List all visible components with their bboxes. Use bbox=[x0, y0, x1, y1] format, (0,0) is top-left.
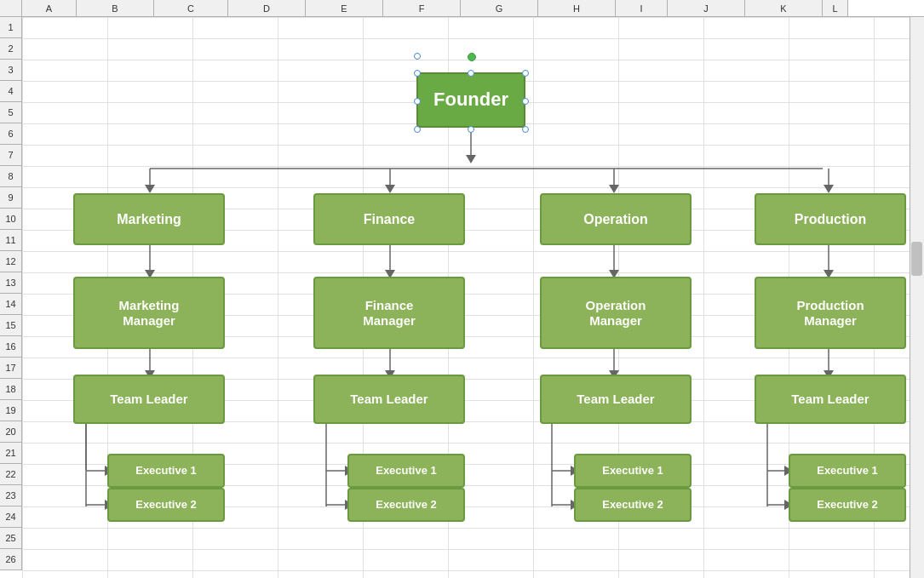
row-1: 1 bbox=[0, 17, 22, 38]
row-3: 3 bbox=[0, 60, 22, 81]
col-header-l[interactable]: L bbox=[823, 0, 848, 17]
operation-dept-label: Operation bbox=[583, 211, 648, 227]
spreadsheet: A B C D E F G H I J K L 1 2 3 4 5 6 7 8 … bbox=[0, 0, 924, 578]
selection-handle-bc bbox=[468, 126, 474, 133]
selection-handle-ml bbox=[414, 98, 421, 105]
col-header-d[interactable]: D bbox=[228, 0, 306, 17]
selection-handle-bl bbox=[414, 126, 421, 133]
row-6: 6 bbox=[0, 123, 22, 145]
row-10: 10 bbox=[0, 209, 22, 230]
selection-handle-top bbox=[414, 53, 421, 60]
operation-dept-box[interactable]: Operation bbox=[540, 193, 692, 245]
finance-manager-label: Finance Manager bbox=[363, 298, 416, 329]
production-manager-box[interactable]: Production Manager bbox=[755, 277, 906, 349]
selection-handle-br bbox=[522, 126, 529, 133]
col-header-k[interactable]: K bbox=[745, 0, 823, 17]
founder-box[interactable]: Founder bbox=[416, 72, 525, 128]
selection-handle-tc bbox=[468, 70, 474, 77]
col-header-h[interactable]: H bbox=[538, 0, 616, 17]
row-19: 19 bbox=[0, 400, 22, 421]
production-exec1-box[interactable]: Executive 1 bbox=[789, 454, 906, 488]
row-24: 24 bbox=[0, 506, 22, 528]
scrollbar-thumb[interactable] bbox=[911, 242, 922, 276]
finance-team-leader-label: Team Leader bbox=[350, 392, 428, 407]
col-header-c[interactable]: C bbox=[154, 0, 228, 17]
row-25: 25 bbox=[0, 528, 22, 549]
operation-manager-label: Operation Manager bbox=[586, 298, 646, 329]
production-manager-label: Production Manager bbox=[796, 298, 864, 329]
row-23: 23 bbox=[0, 485, 22, 506]
marketing-dept-label: Marketing bbox=[117, 211, 181, 227]
vertical-scrollbar[interactable] bbox=[910, 17, 924, 578]
finance-team-leader-box[interactable]: Team Leader bbox=[313, 375, 465, 424]
production-exec2-box[interactable]: Executive 2 bbox=[789, 488, 906, 522]
spreadsheet-body: 1 2 3 4 5 6 7 8 9 10 11 12 13 14 15 16 1… bbox=[0, 17, 924, 578]
row-18: 18 bbox=[0, 379, 22, 400]
row-7: 7 bbox=[0, 145, 22, 166]
col-header-a[interactable]: A bbox=[22, 0, 77, 17]
grid-area[interactable]: Founder Marketing Finance bbox=[22, 17, 924, 578]
operation-exec1-label: Executive 1 bbox=[602, 464, 663, 478]
row-14: 14 bbox=[0, 294, 22, 315]
row-5: 5 bbox=[0, 102, 22, 123]
col-header-g[interactable]: G bbox=[461, 0, 538, 17]
marketing-exec1-label: Executive 1 bbox=[135, 464, 197, 478]
production-dept-box[interactable]: Production bbox=[755, 193, 906, 245]
finance-exec1-box[interactable]: Executive 1 bbox=[347, 454, 465, 488]
operation-team-leader-box[interactable]: Team Leader bbox=[540, 375, 692, 424]
corner-cell bbox=[0, 0, 22, 17]
finance-dept-box[interactable]: Finance bbox=[313, 193, 465, 245]
finance-exec1-label: Executive 1 bbox=[376, 464, 437, 478]
operation-exec2-box[interactable]: Executive 2 bbox=[574, 488, 692, 522]
row-22: 22 bbox=[0, 464, 22, 485]
founder-label: Founder bbox=[433, 89, 508, 111]
selection-handle-mr bbox=[522, 98, 529, 105]
marketing-exec1-box[interactable]: Executive 1 bbox=[107, 454, 225, 488]
marketing-manager-box[interactable]: Marketing Manager bbox=[73, 277, 225, 349]
row-12: 12 bbox=[0, 251, 22, 272]
marketing-manager-label: Marketing Manager bbox=[119, 298, 180, 329]
row-16: 16 bbox=[0, 336, 22, 358]
row-20: 20 bbox=[0, 421, 22, 443]
row-17: 17 bbox=[0, 358, 22, 379]
selection-handle-tl bbox=[414, 70, 421, 77]
marketing-team-leader-label: Team Leader bbox=[110, 392, 187, 407]
row-headers: 1 2 3 4 5 6 7 8 9 10 11 12 13 14 15 16 1… bbox=[0, 17, 22, 578]
finance-exec2-label: Executive 2 bbox=[376, 498, 437, 512]
production-dept-label: Production bbox=[795, 211, 866, 227]
marketing-team-leader-box[interactable]: Team Leader bbox=[73, 375, 225, 424]
col-header-e[interactable]: E bbox=[306, 0, 383, 17]
col-header-b[interactable]: B bbox=[77, 0, 154, 17]
finance-dept-label: Finance bbox=[364, 211, 415, 227]
row-8: 8 bbox=[0, 166, 22, 187]
finance-manager-box[interactable]: Finance Manager bbox=[313, 277, 465, 349]
marketing-exec2-box[interactable]: Executive 2 bbox=[107, 488, 225, 522]
operation-team-leader-label: Team Leader bbox=[577, 392, 654, 407]
column-headers: A B C D E F G H I J K L bbox=[0, 0, 924, 17]
production-team-leader-box[interactable]: Team Leader bbox=[755, 375, 906, 424]
production-exec1-label: Executive 1 bbox=[817, 464, 878, 478]
row-11: 11 bbox=[0, 230, 22, 251]
marketing-exec2-label: Executive 2 bbox=[135, 498, 197, 512]
operation-exec1-box[interactable]: Executive 1 bbox=[574, 454, 692, 488]
row-4: 4 bbox=[0, 81, 22, 102]
operation-manager-box[interactable]: Operation Manager bbox=[540, 277, 692, 349]
marketing-dept-box[interactable]: Marketing bbox=[73, 193, 225, 245]
row-26: 26 bbox=[0, 549, 22, 570]
operation-exec2-label: Executive 2 bbox=[602, 498, 663, 512]
row-9: 9 bbox=[0, 187, 22, 209]
row-13: 13 bbox=[0, 272, 22, 294]
rotate-handle[interactable] bbox=[468, 53, 476, 61]
row-2: 2 bbox=[0, 38, 22, 60]
production-team-leader-label: Team Leader bbox=[791, 392, 869, 407]
finance-exec2-box[interactable]: Executive 2 bbox=[347, 488, 465, 522]
col-header-j[interactable]: J bbox=[668, 0, 745, 17]
col-header-f[interactable]: F bbox=[383, 0, 461, 17]
col-header-i[interactable]: I bbox=[616, 0, 668, 17]
production-exec2-label: Executive 2 bbox=[817, 498, 878, 512]
selection-handle-tr bbox=[522, 70, 529, 77]
row-21: 21 bbox=[0, 443, 22, 464]
row-15: 15 bbox=[0, 315, 22, 336]
